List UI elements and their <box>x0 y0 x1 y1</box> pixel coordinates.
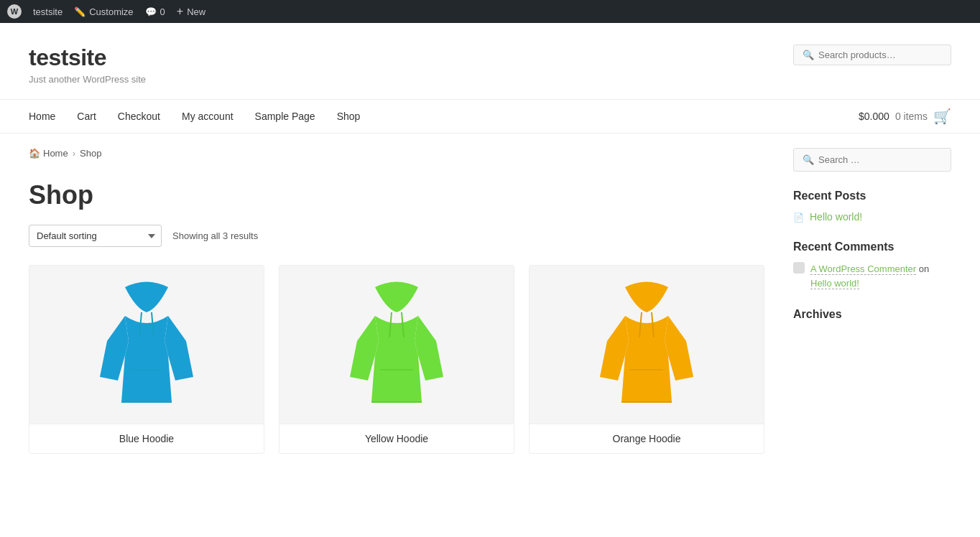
product-grid: Blue Hoodie <box>29 265 764 454</box>
admin-bar: W testsite ✏️ Customize 💬 0 + New <box>0 0 980 23</box>
sidebar: 🔍 Recent Posts 📄 Hello world! Recent Com… <box>793 148 951 454</box>
site-tagline: Just another WordPress site <box>29 74 146 85</box>
home-icon: 🏠 <box>29 148 40 159</box>
recent-post-item: 📄 Hello world! <box>793 211 951 223</box>
site-wrapper: testsite Just another WordPress site 🔍 H… <box>0 23 980 537</box>
product-card-orange-hoodie[interactable]: Orange Hoodie <box>529 265 764 454</box>
site-branding: testsite Just another WordPress site <box>29 45 146 85</box>
recent-comments-title: Recent Comments <box>793 241 951 253</box>
main-content: 🏠 Home › Shop Shop Default sorting Sort … <box>29 148 764 454</box>
sidebar-search-box[interactable]: 🔍 <box>793 148 951 172</box>
orange-hoodie-svg <box>593 276 701 413</box>
product-name-blue: Blue Hoodie <box>38 433 255 444</box>
breadcrumb-current: Shop <box>80 148 101 159</box>
comment-text: A WordPress Commenter on Hello world! <box>810 262 951 290</box>
nav-checkout[interactable]: Checkout <box>118 111 160 122</box>
wp-logo-button[interactable]: W <box>7 4 22 19</box>
sidebar-search-input[interactable] <box>818 154 942 165</box>
post-icon: 📄 <box>793 213 804 223</box>
recent-posts-section: Recent Posts 📄 Hello world! <box>793 190 951 223</box>
product-image-orange <box>530 266 764 424</box>
product-image-blue <box>29 266 264 424</box>
nav-sample-page[interactable]: Sample Page <box>255 111 315 122</box>
comment-on-text: on <box>919 263 929 274</box>
site-title[interactable]: testsite <box>29 45 146 71</box>
site-header: testsite Just another WordPress site 🔍 <box>0 23 980 99</box>
breadcrumb-home-link[interactable]: 🏠 Home <box>29 148 68 159</box>
plus-icon: + <box>177 5 183 18</box>
nav-home[interactable]: Home <box>29 111 55 122</box>
nav-cart[interactable]: Cart <box>77 111 96 122</box>
product-name-orange: Orange Hoodie <box>538 433 755 444</box>
cart-icon[interactable]: 🛒 <box>933 108 951 125</box>
admin-site-name[interactable]: testsite <box>33 6 63 17</box>
recent-post-link[interactable]: Hello world! <box>810 211 862 223</box>
recent-posts-title: Recent Posts <box>793 190 951 202</box>
blue-hoodie-svg <box>93 276 200 413</box>
recent-comments-section: Recent Comments A WordPress Commenter on… <box>793 241 951 290</box>
cart-count: 0 items <box>895 111 928 122</box>
comment-post-link[interactable]: Hello world! <box>810 278 859 289</box>
comment-item: A WordPress Commenter on Hello world! <box>793 262 951 290</box>
admin-customize-button[interactable]: ✏️ Customize <box>74 6 133 17</box>
breadcrumb-separator: › <box>73 148 75 159</box>
breadcrumb: 🏠 Home › Shop <box>29 148 764 159</box>
archives-title: Archives <box>793 308 951 321</box>
header-search-input[interactable] <box>818 50 942 60</box>
product-name-green: Yellow Hoodie <box>288 433 505 444</box>
product-info-orange: Orange Hoodie <box>530 424 764 453</box>
product-card-green-hoodie[interactable]: Yellow Hoodie <box>279 265 514 454</box>
pencil-icon: ✏️ <box>74 6 85 17</box>
green-hoodie-svg <box>343 276 450 413</box>
shop-title: Shop <box>29 180 764 210</box>
content-wrapper: 🏠 Home › Shop Shop Default sorting Sort … <box>0 134 980 468</box>
search-icon: 🔍 <box>803 50 814 60</box>
comment-avatar <box>793 262 805 274</box>
cart-area: $0.000 0 items 🛒 <box>859 108 951 125</box>
product-info-blue: Blue Hoodie <box>29 424 264 453</box>
sidebar-search-icon: 🔍 <box>803 154 814 165</box>
product-image-green <box>279 266 514 424</box>
cart-amount: $0.000 <box>859 111 889 122</box>
comment-icon: 💬 <box>145 6 157 17</box>
admin-comments-button[interactable]: 💬 0 <box>145 6 165 17</box>
nav-my-account[interactable]: My account <box>182 111 234 122</box>
commenter-link[interactable]: A WordPress Commenter <box>810 263 916 275</box>
sort-select[interactable]: Default sorting Sort by popularity Sort … <box>29 225 162 247</box>
nav-shop[interactable]: Shop <box>337 111 361 122</box>
product-card-blue-hoodie[interactable]: Blue Hoodie <box>29 265 264 454</box>
nav-links: Home Cart Checkout My account Sample Pag… <box>29 100 360 133</box>
header-search-box[interactable]: 🔍 <box>793 45 951 65</box>
site-nav: Home Cart Checkout My account Sample Pag… <box>0 99 980 134</box>
admin-new-button[interactable]: + New <box>177 5 205 18</box>
shop-controls: Default sorting Sort by popularity Sort … <box>29 225 764 247</box>
product-info-green: Yellow Hoodie <box>279 424 514 453</box>
archives-section: Archives <box>793 308 951 321</box>
admin-site-name-label: testsite <box>33 6 63 17</box>
wp-logo-icon: W <box>7 4 22 19</box>
results-count: Showing all 3 results <box>172 230 258 241</box>
